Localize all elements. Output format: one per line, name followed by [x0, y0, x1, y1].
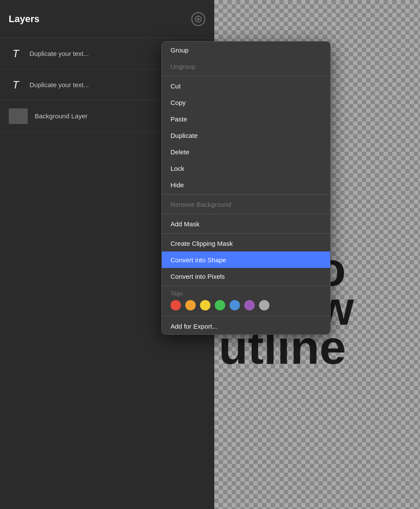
menu-item-delete[interactable]: Delete [162, 144, 330, 160]
menu-item-convert-into-shape[interactable]: Convert into Shape [162, 251, 330, 268]
menu-item-paste[interactable]: Paste [162, 111, 330, 127]
tag-dot-purple[interactable] [244, 300, 255, 310]
tags-dots [171, 300, 322, 310]
menu-item-create-clipping-mask[interactable]: Create Clipping Mask [162, 235, 330, 251]
tag-dot-gray[interactable] [259, 300, 269, 310]
layer-label-2: Duplicate your text... [30, 81, 89, 88]
context-menu: Group Ungroup Cut Copy Paste Duplicate D… [161, 41, 331, 335]
layer-icon-2: T [9, 78, 23, 92]
menu-item-group[interactable]: Group [162, 42, 330, 58]
separator-1 [162, 76, 330, 76]
separator-3 [162, 214, 330, 214]
layer-label-1: Duplicate your text... [30, 50, 89, 57]
menu-item-copy[interactable]: Copy [162, 94, 330, 111]
sidebar-header: Layers [0, 0, 214, 38]
tag-dot-green[interactable] [215, 300, 225, 310]
menu-item-lock[interactable]: Lock [162, 160, 330, 176]
menu-item-ungroup[interactable]: Ungroup [162, 58, 330, 75]
layer-label-3: Background Layer [35, 112, 88, 120]
menu-item-remove-background[interactable]: Remove Background [162, 196, 330, 212]
separator-6 [162, 316, 330, 316]
text-layer-icon-2: T [13, 79, 19, 91]
layers-title: Layers [9, 13, 39, 25]
tag-dot-red[interactable] [171, 300, 181, 310]
layer-thumbnail-3 [9, 108, 28, 124]
tag-dot-yellow[interactable] [200, 300, 210, 310]
add-layer-button[interactable] [191, 12, 205, 26]
text-layer-icon-1: T [13, 48, 19, 60]
separator-4 [162, 233, 330, 234]
separator-5 [162, 286, 330, 286]
menu-item-hide[interactable]: Hide [162, 176, 330, 193]
separator-2 [162, 194, 330, 195]
menu-item-add-mask[interactable]: Add Mask [162, 215, 330, 232]
menu-item-add-for-export[interactable]: Add for Export... [162, 318, 330, 334]
tag-dot-orange[interactable] [185, 300, 196, 310]
menu-item-cut[interactable]: Cut [162, 78, 330, 94]
layer-icon-1: T [9, 47, 23, 61]
tag-dot-blue[interactable] [230, 300, 240, 310]
tags-label: Tags [171, 290, 322, 297]
tags-section: Tags [162, 287, 330, 315]
menu-item-duplicate[interactable]: Duplicate [162, 127, 330, 144]
menu-item-convert-into-pixels[interactable]: Convert into Pixels [162, 268, 330, 284]
